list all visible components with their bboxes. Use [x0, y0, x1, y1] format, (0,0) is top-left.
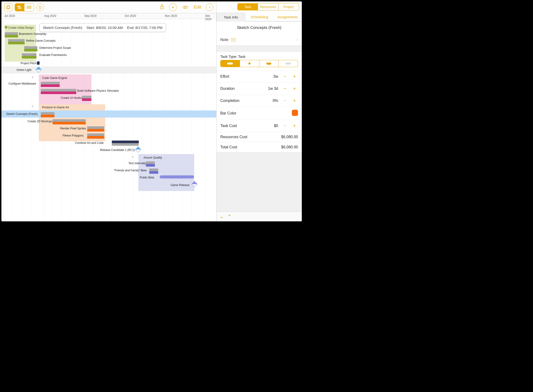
task-label[interactable]: Create 2D Mockups — [28, 120, 53, 123]
task-bar — [24, 49, 37, 51]
milestone-diamond[interactable] — [135, 146, 141, 152]
task-bar — [41, 92, 76, 94]
note-label: Note — [220, 38, 228, 42]
task-bar[interactable] — [160, 175, 194, 178]
task-label[interactable]: Fleece Polygons — [63, 134, 84, 137]
task-bar — [146, 164, 155, 167]
duration-decrease[interactable]: − — [281, 86, 288, 92]
collapse-chevron-icon[interactable]: ▼ — [31, 76, 34, 79]
task-bar[interactable] — [112, 140, 139, 143]
prev-task-button[interactable]: ⌄ — [220, 214, 223, 219]
duration-row: Duration 1w 3d − + — [217, 83, 302, 95]
collapse-chevron-icon[interactable]: ▼ — [31, 105, 34, 107]
view-outline-button[interactable] — [24, 4, 34, 11]
edit-button[interactable]: Edit — [194, 5, 201, 10]
next-task-button[interactable]: ⌃ — [228, 214, 231, 219]
chevron-right-icon: › — [297, 37, 298, 42]
selected-row[interactable]: Sketch Concepts (Fresh) — [1, 110, 216, 117]
task-bar[interactable] — [149, 168, 158, 171]
taskcost-value: $0 — [274, 124, 278, 128]
task-bar[interactable] — [41, 112, 55, 115]
task-bar[interactable] — [37, 61, 40, 65]
task-bar[interactable] — [87, 126, 104, 129]
svg-point-12 — [185, 7, 186, 8]
tab-scheduling[interactable]: Scheduling — [245, 13, 273, 21]
share-button[interactable] — [160, 4, 164, 10]
task-label[interactable]: Test Internally — [128, 162, 146, 165]
task-bar — [5, 26, 7, 28]
task-label[interactable]: Determine Project Scope — [39, 46, 71, 50]
task-label[interactable]: Refine Game Concepts — [26, 39, 56, 42]
task-label[interactable]: Public Beta — [140, 176, 154, 179]
undo-button[interactable] — [37, 4, 44, 11]
task-type-segment — [220, 60, 298, 67]
task-bar[interactable] — [8, 39, 25, 42]
tab-task-info[interactable]: Task Info — [217, 13, 245, 21]
task-bar[interactable] — [146, 161, 155, 164]
note-row[interactable]: Note › — [217, 34, 302, 46]
preview-button[interactable] — [181, 4, 189, 11]
barcolor-row[interactable]: Bar Color — [217, 107, 302, 120]
effort-decrease[interactable]: − — [281, 74, 288, 80]
task-bar[interactable] — [24, 46, 37, 49]
task-label[interactable]: Code Game Engine — [41, 75, 69, 81]
task-label[interactable]: Produce In-Game Art — [41, 105, 70, 110]
task-bar[interactable] — [82, 96, 91, 98]
task-label[interactable]: Brainstorm Gameplay — [19, 32, 46, 36]
taskcost-label: Task Cost — [220, 124, 237, 128]
task-bar — [5, 35, 18, 37]
task-label[interactable]: Create Initial Design — [7, 25, 35, 30]
collapse-chevron-icon[interactable]: ▼ — [131, 155, 134, 158]
milestone-diamond[interactable] — [36, 67, 42, 73]
task-label[interactable]: Configure Middleware — [9, 82, 36, 85]
timeline-header: Jul 2020 Aug 2020 Sep 2020 Oct 2020 Nov … — [1, 13, 216, 19]
task-label[interactable]: Assure Quality — [142, 155, 163, 160]
documents-button[interactable] — [4, 3, 12, 11]
task-label[interactable]: Evaluate Frameworks — [39, 53, 67, 57]
taskcost-row: Task Cost $0 − + — [217, 120, 302, 132]
type-group[interactable] — [278, 60, 298, 67]
task-bar[interactable] — [5, 32, 18, 35]
completion-increase[interactable]: + — [291, 98, 298, 104]
type-hammock[interactable] — [259, 60, 278, 67]
scope-resources[interactable]: Resources — [258, 4, 278, 10]
task-label[interactable]: Game Release — [171, 183, 190, 187]
info-button[interactable]: i — [206, 4, 213, 11]
scope-task[interactable]: Task — [238, 4, 258, 10]
type-task[interactable] — [221, 60, 240, 67]
duration-increase[interactable]: + — [291, 86, 298, 92]
task-bar[interactable] — [87, 133, 104, 136]
inspector-tabs: Task Info Scheduling Assignments — [217, 13, 302, 21]
task-label[interactable]: Build Software Physics Simulator — [77, 89, 119, 93]
tab-assignments[interactable]: Assignments — [273, 13, 302, 21]
type-milestone[interactable] — [240, 60, 259, 67]
effort-increase[interactable]: + — [291, 74, 298, 80]
taskcost-decrease[interactable]: − — [281, 123, 288, 129]
view-gantt-button[interactable] — [15, 4, 24, 11]
completion-decrease[interactable]: − — [281, 98, 288, 104]
task-label[interactable]: Green Light — [17, 68, 32, 72]
task-bar[interactable] — [22, 53, 37, 56]
barcolor-label: Bar Color — [220, 111, 236, 115]
task-bar — [87, 129, 104, 131]
task-label[interactable]: Combine Art and Code — [75, 141, 103, 145]
task-label[interactable]: "Friends and Family" Beta — [114, 169, 147, 172]
duration-value: 1w 3d — [268, 87, 278, 91]
task-bar[interactable] — [41, 89, 76, 92]
task-bar[interactable] — [41, 82, 60, 84]
note-icon — [231, 38, 236, 42]
task-label[interactable]: Release Candidate 1 (RC1) — [100, 148, 135, 152]
task-label[interactable]: Project Pitch — [21, 62, 37, 65]
task-label[interactable]: Create UI Hookups — [61, 96, 85, 99]
effort-value: 3w — [273, 75, 278, 79]
barcolor-swatch[interactable] — [292, 110, 298, 116]
svg-rect-15 — [267, 63, 271, 65]
month-label: Oct 2020 — [125, 14, 136, 18]
task-bar[interactable] — [53, 119, 86, 122]
add-button[interactable] — [169, 4, 177, 11]
svg-rect-4 — [27, 6, 29, 7]
task-label[interactable]: Render Pixel Sprites — [60, 127, 86, 130]
taskcost-increase[interactable]: + — [291, 123, 298, 129]
gantt-chart[interactable]: Create Initial Design Brainstorm Gamepla… — [1, 19, 216, 221]
scope-project[interactable]: Project — [278, 4, 299, 10]
